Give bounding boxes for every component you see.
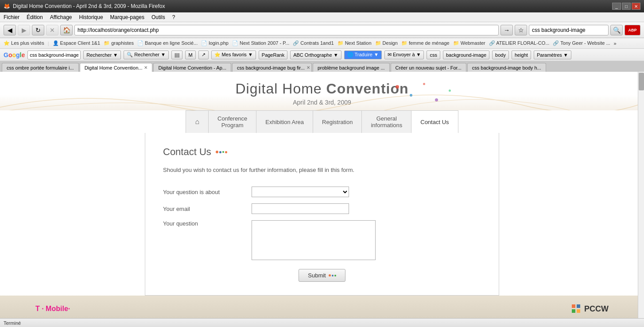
reload-button[interactable]: ↻ <box>32 25 44 35</box>
menu-bar: Fichier Édition Affichage Historique Mar… <box>0 12 644 22</box>
bookmark-contrats[interactable]: 🔗 Contrats 1and1 <box>293 40 334 46</box>
tab-probleme[interactable]: problème background image ... <box>313 63 390 72</box>
menu-outils[interactable]: Outils <box>151 14 165 20</box>
tab-home[interactable]: ⌂ <box>186 111 209 133</box>
highlight-body[interactable]: body <box>492 51 509 59</box>
site-header: Digital Home Convention April 2nd & 3rd,… <box>0 72 644 110</box>
forward-button[interactable]: ▶ <box>18 25 30 35</box>
tab-registration[interactable]: Registration <box>313 111 362 133</box>
tab-contact[interactable]: Contact Us <box>411 111 458 133</box>
highlight-height[interactable]: height <box>512 51 531 59</box>
tmobile-logo: T · Mobile· <box>35 305 70 313</box>
tab-dhc2[interactable]: Digital Home Convention - Ap... <box>153 63 231 72</box>
menu-affichage[interactable]: Affichage <box>50 14 72 20</box>
tab-creer[interactable]: Créer un nouveau sujet - For... <box>391 63 466 72</box>
back-button[interactable]: ◀ <box>4 25 16 35</box>
highlight-bg[interactable]: background-image <box>443 51 489 59</box>
window-title: Digital Home Convention - April 2nd & 3r… <box>13 3 165 9</box>
status-bar: Terminé <box>0 318 644 327</box>
bookmarks-btn[interactable]: |||| <box>171 51 182 59</box>
send-btn[interactable]: ✉ Envoyer à ▼ <box>384 51 424 59</box>
question-row: Your question <box>163 220 481 260</box>
submit-button[interactable]: Submit <box>299 269 345 282</box>
bookmark-graphistes[interactable]: 📁 graphistes <box>104 40 134 46</box>
email-label: Your email <box>163 206 252 212</box>
bookmark-ns[interactable]: 📁 Next Station <box>338 40 372 46</box>
scrollbar-thumb[interactable] <box>639 73 644 90</box>
browser-icon: 🦊 <box>4 3 10 9</box>
tab-exhibition[interactable]: Exhibition Area <box>256 111 313 133</box>
question-label: Your question <box>163 220 252 227</box>
search-button[interactable]: 🔍 <box>610 25 623 35</box>
pccw-text: PCCW <box>584 304 609 314</box>
google-search-btn[interactable]: Rechercher ▼ <box>83 51 121 59</box>
google-logo: Google <box>4 51 25 58</box>
share-btn[interactable]: ↗ <box>198 51 209 59</box>
site-subtitle: April 2nd & 3rd, 2009 <box>0 99 644 106</box>
tab-conference[interactable]: ConferenceProgram <box>209 111 256 133</box>
more-bookmarks[interactable]: » <box>614 41 617 46</box>
tab-css-body[interactable]: css background-image body h... <box>467 63 546 72</box>
maximize-button[interactable]: □ <box>622 3 631 10</box>
google-toolbar: Google Rechercher ▼ 🔍 Rechercher ▼ |||| … <box>0 49 644 61</box>
go-button[interactable]: → <box>500 25 513 35</box>
close-button[interactable]: ✕ <box>632 3 640 10</box>
stop-button[interactable]: ✕ <box>46 25 58 35</box>
question-about-select[interactable]: General Exhibition Registration Technica… <box>252 187 349 197</box>
question-textarea[interactable] <box>252 220 376 260</box>
browser-tabs: css ombre portée formulaire i... Digital… <box>0 61 644 72</box>
favorites-btn[interactable]: ⭐ Mes favoris ▼ <box>211 51 256 59</box>
google-search-input[interactable] <box>27 51 81 59</box>
deco-dot-purple <box>435 98 438 101</box>
settings-btn[interactable]: Paramètres ▼ <box>534 51 571 59</box>
bookmark-star[interactable]: ☆ <box>515 25 527 35</box>
minimize-button[interactable]: _ <box>612 3 621 10</box>
question-about-row: Your question is about General Exhibitio… <box>163 187 481 197</box>
translate-btn[interactable]: 🌐 Traduire ▼ <box>344 51 382 59</box>
status-text: Terminé <box>4 320 21 326</box>
tab-dhc-active[interactable]: Digital Home Convention... ✕ <box>80 63 153 72</box>
bookmark-design[interactable]: 📁 Design <box>375 40 398 46</box>
browser-search-input[interactable] <box>529 25 609 35</box>
menu-historique[interactable]: Historique <box>79 14 103 20</box>
menu-fichier[interactable]: Fichier <box>4 14 19 20</box>
title-digital: Digital Home <box>235 81 326 97</box>
menu-marque-pages[interactable]: Marque-pages <box>110 14 144 20</box>
address-bar[interactable] <box>74 25 499 35</box>
title-convention: Convention <box>326 81 409 97</box>
gmail-btn[interactable]: M <box>185 51 195 59</box>
bookmarks-bar: ⭐ Les plus visités | 👤 Espace Client 1&1… <box>0 38 644 49</box>
spell-btn[interactable]: ABC Orthographe ▼ <box>290 51 341 59</box>
contact-form: Your question is about General Exhibitio… <box>163 187 481 282</box>
email-field[interactable] <box>252 203 349 214</box>
submit-dots-icon <box>329 274 336 276</box>
menu-help[interactable]: ? <box>172 14 175 20</box>
home-button[interactable]: 🏠 <box>60 25 73 35</box>
bookmark-banque[interactable]: 📄 Banque en ligne Socié... <box>137 40 198 46</box>
highlight-css[interactable]: css <box>427 51 440 59</box>
adblock-button[interactable]: ABP <box>625 25 640 35</box>
title-bar: 🦊 Digital Home Convention - April 2nd & … <box>0 0 644 12</box>
content-area: Contact Us Should you wish to contact us… <box>145 133 499 296</box>
bookmark-atelier[interactable]: 🔗 ATELIER FLORAL-CO... <box>489 40 550 46</box>
bookmark-femme[interactable]: 📁 femme de ménage <box>401 40 450 46</box>
pagerank-btn[interactable]: PageRank <box>259 51 287 59</box>
page-title: Contact Us <box>163 146 481 158</box>
scrollbar[interactable] <box>638 72 644 327</box>
tab-close-active[interactable]: ✕ <box>144 65 147 70</box>
bookmark-plusvisites[interactable]: ⭐ Les plus visités <box>4 40 44 46</box>
nav-bar: ◀ ▶ ↻ ✕ 🏠 → ☆ 🔍 ABP <box>0 22 644 38</box>
bookmark-tony[interactable]: 🔗 Tony Geer - Website ... <box>553 40 610 46</box>
tab-close-bg[interactable]: ✕ <box>306 65 310 70</box>
bookmark-login[interactable]: 📄 login.php <box>201 40 229 46</box>
tab-general[interactable]: Generalinformations <box>362 111 411 133</box>
tab-css-ombre[interactable]: css ombre portée formulaire i... <box>2 63 79 72</box>
bookmark-espace[interactable]: 👤 Espace Client 1&1 <box>53 40 101 46</box>
google-research-btn[interactable]: 🔍 Rechercher ▼ <box>124 51 169 59</box>
tab-css-bg[interactable]: css background-image bug fir... ✕ <box>232 63 312 72</box>
menu-edition[interactable]: Édition <box>27 14 43 20</box>
bookmark-nextstation[interactable]: 📄 Next Station 2007 - P... <box>232 40 289 46</box>
deco-dot-blue <box>410 94 412 97</box>
bookmark-webmaster[interactable]: 📁 Webmaster <box>453 40 485 46</box>
deco-dot-red2 <box>423 83 425 85</box>
